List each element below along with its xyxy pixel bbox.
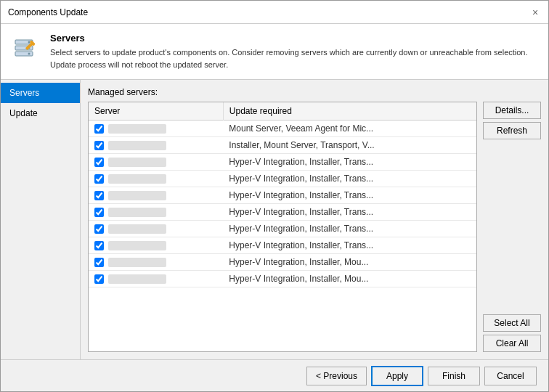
server-checkbox-0[interactable] [94, 124, 104, 134]
table-row: Installer, Mount Server, Transport, V... [89, 137, 476, 154]
table-and-buttons: Server Update required Mount Server, Vee… [88, 102, 541, 352]
update-required-9: Hyper-V Integration, Installer, Mou... [223, 271, 476, 287]
select-all-button[interactable]: Select All [483, 314, 541, 332]
components-update-dialog: Components Update × Servers Selec [0, 0, 549, 392]
server-name-8 [108, 258, 166, 267]
update-required-4: Hyper-V Integration, Installer, Trans... [223, 187, 476, 204]
header-title: Servers [50, 33, 537, 44]
header-section: Servers Select servers to update product… [1, 24, 548, 80]
server-checkbox-7[interactable] [94, 241, 104, 250]
update-required-8: Hyper-V Integration, Installer, Mou... [223, 254, 476, 271]
server-cell-0 [89, 121, 223, 137]
details-button[interactable]: Details... [483, 102, 541, 119]
col-update-required: Update required [223, 102, 476, 121]
table-row: Hyper-V Integration, Installer, Trans... [89, 237, 476, 254]
previous-button[interactable]: < Previous [306, 367, 367, 385]
table-row: Hyper-V Integration, Installer, Trans... [89, 171, 476, 187]
sidebar-item-update[interactable]: Update [1, 103, 80, 123]
svg-point-5 [28, 53, 30, 55]
server-name-0 [108, 124, 166, 134]
svg-point-3 [28, 41, 30, 44]
table-row: Hyper-V Integration, Installer, Trans... [89, 204, 476, 221]
server-cell-1 [89, 137, 223, 154]
apply-button[interactable]: Apply [371, 366, 423, 386]
server-cell-8 [89, 254, 223, 271]
right-buttons: Details... Refresh Select All Clear All [483, 102, 541, 352]
sidebar: Servers Update [1, 80, 81, 359]
update-required-1: Installer, Mount Server, Transport, V... [223, 137, 476, 154]
server-cell-5 [89, 204, 223, 221]
cancel-button[interactable]: Cancel [484, 367, 537, 385]
sidebar-item-servers[interactable]: Servers [1, 83, 80, 103]
server-checkbox-8[interactable] [94, 258, 104, 267]
update-required-2: Hyper-V Integration, Installer, Trans... [223, 154, 476, 171]
server-cell-2 [89, 154, 223, 171]
header-icon [12, 34, 41, 63]
table-row: Hyper-V Integration, Installer, Mou... [89, 271, 476, 287]
server-cell-3 [89, 171, 223, 187]
server-cell-6 [89, 221, 223, 237]
header-text: Servers Select servers to update product… [50, 33, 537, 70]
title-bar: Components Update × [1, 1, 548, 24]
table-row: Hyper-V Integration, Installer, Trans... [89, 187, 476, 204]
clear-all-button[interactable]: Clear All [483, 335, 541, 352]
server-checkbox-6[interactable] [94, 224, 104, 234]
server-checkbox-5[interactable] [94, 208, 104, 217]
close-button[interactable]: × [529, 7, 541, 18]
server-cell-4 [89, 187, 223, 204]
server-name-3 [108, 174, 166, 184]
update-required-0: Mount Server, Veeam Agent for Mic... [223, 121, 476, 137]
server-checkbox-9[interactable] [94, 274, 104, 284]
finish-button[interactable]: Finish [428, 367, 480, 385]
server-checkbox-1[interactable] [94, 141, 104, 150]
table-row: Mount Server, Veeam Agent for Mic... [89, 121, 476, 137]
body: Servers Update Managed servers: Server U… [1, 80, 548, 359]
server-cell-9 [89, 271, 223, 287]
server-checkbox-2[interactable] [94, 158, 104, 167]
server-cell-7 [89, 237, 223, 254]
header-description: Select servers to update product's compo… [50, 46, 537, 70]
refresh-button[interactable]: Refresh [483, 122, 541, 139]
server-name-4 [108, 191, 166, 200]
server-name-2 [108, 158, 166, 167]
servers-table: Server Update required Mount Server, Vee… [89, 102, 476, 287]
table-row: Hyper-V Integration, Installer, Trans... [89, 154, 476, 171]
update-required-3: Hyper-V Integration, Installer, Trans... [223, 171, 476, 187]
table-row: Hyper-V Integration, Installer, Mou... [89, 254, 476, 271]
server-name-6 [108, 224, 166, 234]
table-row: Hyper-V Integration, Installer, Trans... [89, 221, 476, 237]
col-server: Server [89, 102, 223, 121]
update-required-5: Hyper-V Integration, Installer, Trans... [223, 204, 476, 221]
server-name-5 [108, 208, 166, 217]
server-name-9 [108, 274, 166, 284]
server-name-7 [108, 241, 166, 250]
server-name-1 [108, 141, 166, 150]
servers-table-container: Server Update required Mount Server, Vee… [88, 102, 477, 352]
update-required-7: Hyper-V Integration, Installer, Trans... [223, 237, 476, 254]
main-content: Managed servers: Server Update required … [81, 80, 548, 359]
dialog-title: Components Update [8, 7, 88, 17]
footer: < Previous Apply Finish Cancel [1, 359, 548, 391]
server-checkbox-4[interactable] [94, 191, 104, 200]
managed-servers-label: Managed servers: [88, 87, 541, 97]
server-checkbox-3[interactable] [94, 174, 104, 184]
update-required-6: Hyper-V Integration, Installer, Trans... [223, 221, 476, 237]
